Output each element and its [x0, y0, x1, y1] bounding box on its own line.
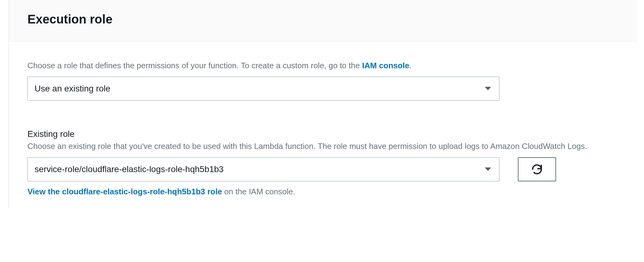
caret-down-icon [485, 87, 491, 91]
role-choice-helper-prefix: Choose a role that defines the permissio… [27, 61, 362, 70]
existing-role-help: Choose an existing role that you've crea… [27, 141, 607, 152]
view-role-suffix: on the IAM console. [222, 187, 295, 196]
existing-role-select[interactable]: service-role/cloudflare-elastic-logs-rol… [27, 157, 499, 181]
refresh-button[interactable] [518, 157, 556, 181]
iam-console-link[interactable]: IAM console [362, 61, 409, 70]
existing-role-row: service-role/cloudflare-elastic-logs-rol… [27, 157, 619, 181]
role-choice-select-wrap: Use an existing role [27, 77, 499, 101]
refresh-icon [531, 163, 543, 175]
panel-body: Choose a role that defines the permissio… [9, 42, 638, 209]
spacer [27, 101, 619, 129]
existing-role-selected-value: service-role/cloudflare-elastic-logs-rol… [35, 164, 224, 174]
existing-role-view-row: View the cloudflare-elastic-logs-role-hq… [27, 187, 619, 196]
panel-title: Execution role [27, 12, 619, 27]
existing-role-select-wrap: service-role/cloudflare-elastic-logs-rol… [27, 157, 499, 181]
execution-role-panel: Execution role Choose a role that define… [9, 0, 638, 209]
role-choice-helper: Choose a role that defines the permissio… [27, 60, 619, 71]
view-role-link[interactable]: View the cloudflare-elastic-logs-role-hq… [27, 187, 222, 196]
panel-header: Execution role [9, 0, 638, 42]
role-choice-selected-value: Use an existing role [35, 84, 110, 94]
role-choice-helper-suffix: . [409, 61, 411, 70]
caret-down-icon [485, 167, 491, 171]
role-choice-select[interactable]: Use an existing role [27, 77, 499, 101]
existing-role-label: Existing role [27, 129, 619, 139]
